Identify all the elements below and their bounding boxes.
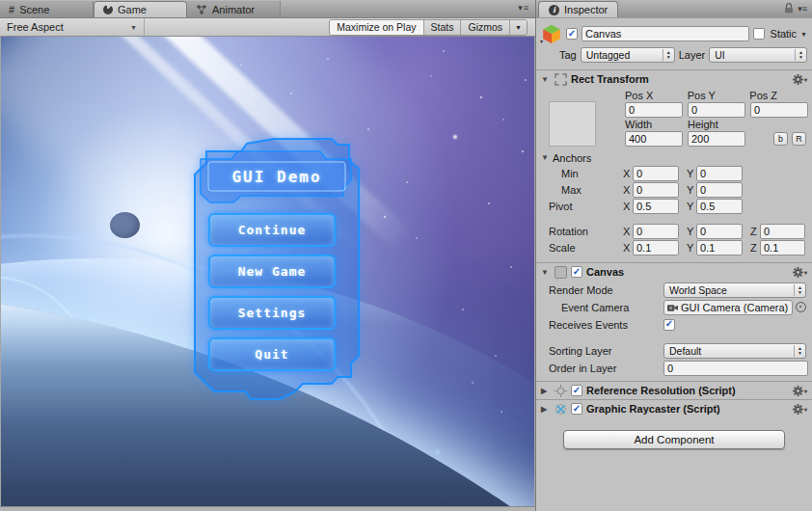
anchor-preview[interactable]	[549, 101, 596, 147]
scale-z-field[interactable]	[760, 240, 805, 256]
scale-row: Scale X Y Z	[549, 240, 806, 256]
foldout-icon[interactable]: ▶	[541, 405, 550, 414]
cube-icon	[541, 23, 562, 44]
reference-resolution-title: Reference Resolution (Script)	[586, 385, 736, 396]
rotation-x-field[interactable]	[633, 224, 679, 239]
z-axis-label: Z	[750, 242, 760, 254]
graphic-raycaster-header[interactable]: ▶ ✓ Graphic Raycaster (Script) ▾	[536, 399, 812, 417]
graphic-raycaster-checkbox[interactable]: ✓	[571, 403, 582, 415]
scale-x-field[interactable]	[633, 240, 679, 256]
pivot-x-field[interactable]	[633, 199, 679, 214]
event-camera-value: GUI Camera (Camera)	[681, 302, 788, 313]
dropdown-arrows-icon: ▲▼	[794, 345, 802, 357]
rotation-row: Rotation X Y Z	[549, 224, 806, 239]
panel-menu-icon[interactable]: ▾≡	[798, 4, 807, 13]
scale-y-field[interactable]	[696, 240, 743, 256]
stats-button[interactable]: Stats	[424, 20, 462, 35]
foldout-icon[interactable]: ▶	[541, 387, 550, 395]
anchors-label: Anchors	[553, 152, 591, 164]
rect-transform-title: Rect Transform	[571, 73, 649, 85]
pos-z-label: Pos Z	[749, 90, 807, 101]
rect-transform-header[interactable]: ▼ Rect Transform ▾	[536, 70, 812, 88]
foldout-icon[interactable]: ▼	[541, 268, 550, 277]
gizmos-dropdown-arrow[interactable]: ▼	[510, 20, 527, 35]
blueprint-mode-button[interactable]: b	[773, 132, 788, 146]
aspect-dropdown[interactable]: Free Aspect ▼	[0, 18, 145, 36]
inspector-tabbar: i Inspector ▾≡	[536, 0, 812, 18]
y-axis-label: Y	[687, 201, 696, 212]
canvas-enabled-checkbox[interactable]: ✓	[571, 266, 582, 278]
active-checkbox[interactable]: ✓	[566, 28, 578, 40]
max-y-field[interactable]	[696, 182, 743, 198]
icon-dropdown-arrow: ▾	[540, 38, 543, 44]
tag-dropdown[interactable]: Untagged ▲▼	[581, 47, 675, 63]
y-axis-label: Y	[687, 168, 696, 179]
gizmos-button[interactable]: Gizmos	[461, 20, 510, 35]
tab-inspector[interactable]: i Inspector	[538, 1, 618, 17]
reference-resolution-checkbox[interactable]: ✓	[571, 385, 582, 396]
gear-icon[interactable]: ▾	[793, 74, 807, 85]
pos-x-field[interactable]	[625, 102, 683, 118]
y-axis-label: Y	[687, 184, 696, 196]
static-checkbox[interactable]	[753, 28, 765, 40]
width-field[interactable]	[625, 131, 683, 147]
layer-dropdown[interactable]: UI ▲▼	[709, 47, 807, 63]
rotation-y-field[interactable]	[696, 224, 743, 239]
min-x-field[interactable]	[633, 166, 679, 181]
check-icon: ✓	[573, 267, 581, 277]
check-icon: ✓	[573, 386, 581, 395]
check-icon: ✓	[573, 404, 581, 414]
pos-x-label: Pos X	[625, 90, 683, 101]
order-in-layer-field[interactable]	[663, 361, 808, 376]
object-picker-icon[interactable]	[796, 302, 806, 312]
stars	[1, 37, 3, 39]
camera-icon	[667, 303, 678, 311]
tab-game[interactable]: Game	[94, 1, 187, 17]
gear-icon[interactable]: ▾	[793, 267, 807, 278]
render-mode-dropdown[interactable]: World Space ▲▼	[663, 282, 806, 298]
bottom-strip	[0, 506, 535, 511]
height-field[interactable]	[688, 131, 745, 147]
max-x-field[interactable]	[633, 182, 679, 198]
sorting-layer-row: Sorting Layer Default ▲▼	[549, 342, 806, 359]
toolbar-button-group: Maximize on Play Stats Gizmos ▼	[329, 19, 528, 36]
sorting-layer-dropdown[interactable]: Default ▲▼	[663, 343, 806, 359]
gameobject-icon[interactable]: ▾	[541, 23, 562, 44]
panel-menu-icon[interactable]: ▾≡	[518, 3, 529, 13]
raw-edit-mode-button[interactable]: R	[792, 132, 806, 146]
name-field[interactable]	[582, 26, 749, 41]
y-axis-label: Y	[687, 226, 696, 237]
tab-scene[interactable]: # Scene	[0, 1, 94, 17]
anchors-foldout[interactable]: ▼ Anchors	[536, 148, 812, 165]
rotation-z-field[interactable]	[760, 224, 805, 239]
canvas-component-header[interactable]: ▼ ✓ Canvas ▾	[536, 262, 812, 281]
view-tabbar: # Scene Game Animator ▾≡	[0, 0, 535, 18]
pos-y-field[interactable]	[688, 102, 745, 118]
new-game-button[interactable]: New Game	[208, 255, 336, 288]
tab-animator[interactable]: Animator	[187, 1, 281, 17]
receives-events-checkbox[interactable]: ✓	[663, 319, 675, 331]
pivot-y-field[interactable]	[696, 199, 743, 214]
pos-z-field[interactable]	[750, 102, 808, 118]
tag-value: Untagged	[586, 49, 631, 61]
maximize-on-play-button[interactable]: Maximize on Play	[330, 20, 423, 35]
event-camera-field[interactable]: GUI Camera (Camera)	[663, 300, 793, 315]
sorting-layer-label: Sorting Layer	[549, 345, 663, 357]
x-axis-label: X	[623, 168, 633, 179]
gear-icon[interactable]: ▾	[793, 404, 807, 415]
event-camera-row: Event Camera GUI Camera (Camera)	[549, 299, 806, 315]
continue-button[interactable]: Continue	[208, 213, 336, 247]
min-y-field[interactable]	[696, 166, 743, 181]
static-dropdown-arrow[interactable]: ▼	[800, 31, 807, 38]
reference-resolution-header[interactable]: ▶ ✓ Reference Resolution (Script) ▾	[536, 381, 812, 399]
gear-icon[interactable]: ▾	[793, 386, 807, 396]
scale-label: Scale	[549, 242, 623, 254]
lock-icon[interactable]	[784, 3, 794, 13]
animator-icon	[196, 4, 207, 15]
settings-button[interactable]: Settings	[208, 296, 336, 330]
canvas-title: Canvas	[586, 266, 624, 278]
quit-button[interactable]: Quit	[208, 337, 336, 371]
foldout-icon[interactable]: ▼	[541, 75, 550, 84]
add-component-button[interactable]: Add Component	[563, 430, 785, 449]
tab-animator-label: Animator	[212, 4, 255, 15]
